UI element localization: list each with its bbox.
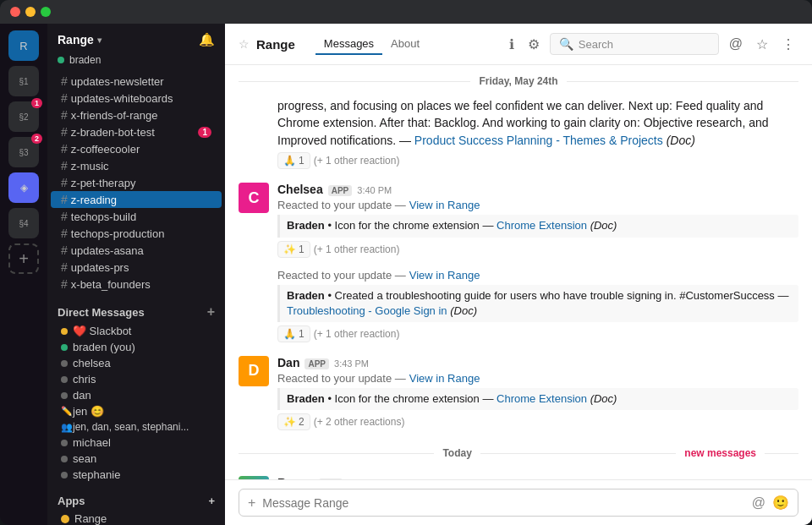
reaction-emoji: 🙏	[283, 328, 296, 340]
channel-z-pet-therapy[interactable]: # z-pet-therapy	[51, 174, 222, 191]
avatar-chelsea: C	[239, 183, 269, 213]
dm-stephanie[interactable]: stephanie	[51, 467, 222, 483]
reaction-chip-sparkle[interactable]: ✨ 1	[277, 241, 310, 258]
bookmark-icon[interactable]: ☆	[753, 33, 771, 56]
at-icon[interactable]: @	[726, 33, 746, 55]
add-dm-button[interactable]: +	[207, 304, 215, 320]
chrome-extension-link-dan[interactable]: Chrome Extension	[497, 392, 587, 405]
reaction-chip-pray-2[interactable]: 🙏 1	[277, 325, 310, 342]
channel-z-braden-bot-test[interactable]: # z-braden-bot-test 1	[51, 123, 222, 140]
dm-name: chris	[73, 373, 96, 386]
workspace-icon-6[interactable]: §4	[8, 208, 39, 238]
product-planning-link[interactable]: Product Success Planning - Themes & Proj…	[414, 134, 663, 147]
channel-x-beta-founders[interactable]: # x-beta_founders	[51, 276, 222, 293]
username-label: braden	[69, 54, 101, 66]
dm-chris[interactable]: chris	[51, 371, 222, 387]
workspace-icon-range[interactable]: R	[8, 30, 39, 61]
avatar-spacer	[239, 97, 269, 169]
dm-sean[interactable]: sean	[51, 451, 222, 467]
workspace-name-label: Range	[58, 33, 94, 46]
channel-x-friends-of-range[interactable]: # x-friends-of-range	[51, 107, 222, 123]
add-attachment-icon[interactable]: +	[248, 495, 255, 511]
pencil-icon: ✏️	[61, 406, 68, 417]
tab-about[interactable]: About	[382, 34, 428, 55]
dm-braden[interactable]: braden (you)	[51, 339, 222, 355]
channel-techops-build[interactable]: # techops-build	[51, 208, 222, 225]
dm-michael[interactable]: michael	[51, 435, 222, 451]
dm-name: jen 😊	[73, 405, 104, 418]
reaction-row-context: 🙏 1 (+ 1 other reaction)	[277, 152, 798, 169]
message-input[interactable]	[262, 496, 744, 510]
workspace-icon-rail: R §1 §2 1 §3 2 ◈ §4 +	[0, 24, 47, 525]
notification-bell-icon[interactable]: 🔔	[199, 32, 215, 47]
main-panel: ☆ Range Messages About ℹ ⚙ 🔍 Search @ ☆	[225, 24, 812, 525]
app-badge-chelsea: APP	[328, 185, 353, 196]
troubleshooting-link[interactable]: Troubleshooting - Google Sign in	[287, 304, 447, 317]
hash-icon: #	[61, 74, 68, 88]
channel-name: x-friends-of-range	[71, 109, 158, 122]
sender-name-dan: Dan	[277, 356, 299, 369]
view-in-range-link[interactable]: View in Range	[409, 199, 480, 211]
reaction-extra: (+ 1 other reaction)	[314, 243, 400, 255]
workspace-icon-3[interactable]: §2 1	[8, 101, 39, 132]
channel-name: updates-prs	[71, 261, 129, 274]
workspace-name[interactable]: Range ▾	[58, 33, 102, 46]
channel-updates-asana[interactable]: # updates-asana	[51, 242, 222, 259]
reaction-chip-sparkle-dan[interactable]: ✨ 2	[277, 413, 310, 430]
settings-icon[interactable]: ⚙	[524, 33, 543, 56]
hash-icon: #	[61, 125, 68, 139]
channel-z-reading[interactable]: # z-reading	[51, 191, 222, 208]
channel-updates-prs[interactable]: # updates-prs	[51, 259, 222, 276]
view-in-range-link-dan[interactable]: View in Range	[409, 372, 480, 385]
star-icon[interactable]: ☆	[239, 37, 250, 51]
dm-section-header: Direct Messages +	[47, 293, 225, 323]
emoji-icon[interactable]: 🙂	[772, 495, 789, 511]
at-mention-icon[interactable]: @	[752, 495, 765, 511]
add-workspace-button[interactable]: +	[8, 243, 39, 274]
dm-jen[interactable]: ✏️ jen 😊	[51, 403, 222, 419]
dm-name: michael	[73, 436, 111, 449]
tab-messages[interactable]: Messages	[315, 34, 382, 55]
hash-icon: #	[61, 108, 68, 122]
dm-slackbot[interactable]: ❤️ Slackbot	[51, 323, 222, 339]
view-in-range-link-2[interactable]: View in Range	[409, 269, 480, 282]
dm-chelsea[interactable]: chelsea	[51, 355, 222, 371]
add-app-button[interactable]: +	[208, 495, 215, 507]
dm-group[interactable]: 👥 jen, dan, sean, stephani...	[51, 419, 222, 435]
workspace-2-label: §1	[19, 77, 28, 86]
workspace-3-label: §2	[19, 112, 28, 122]
channel-updates-newsletter[interactable]: # updates-newsletter	[51, 73, 222, 90]
dm-dan[interactable]: dan	[51, 387, 222, 403]
channel-name: x-beta_founders	[71, 278, 151, 291]
apps-section-header: Apps +	[47, 483, 225, 511]
reaction-update-dan: Reacted to your update — View in Range	[277, 372, 798, 385]
workspace-icon-5[interactable]: ◈	[8, 172, 39, 203]
maximize-button[interactable]	[41, 7, 51, 17]
channel-updates-whiteboards[interactable]: # updates-whiteboards	[51, 90, 222, 107]
minimize-button[interactable]	[25, 7, 36, 17]
channel-z-coffeecooler[interactable]: # z-coffeecooler	[51, 140, 222, 157]
app-range[interactable]: Range	[51, 511, 222, 525]
hash-icon: #	[61, 243, 68, 257]
app-content: R §1 §2 1 §3 2 ◈ §4 +	[0, 24, 812, 525]
app-badge-dan: APP	[304, 358, 329, 369]
workspace-3-badge: 1	[31, 98, 42, 108]
search-bar[interactable]: 🔍 Search	[550, 33, 719, 55]
sidebar-user: braden	[47, 52, 225, 73]
reaction-chip-pray[interactable]: 🙏 1	[277, 152, 310, 169]
braden-status-dot	[61, 344, 68, 351]
chris-status-dot	[61, 376, 68, 383]
more-icon[interactable]: ⋮	[778, 33, 798, 56]
info-icon[interactable]: ℹ	[506, 33, 518, 56]
quoted-message-dan: Braden • Icon for the chrome extension —…	[277, 388, 798, 410]
channel-name: z-coffeecooler	[71, 143, 140, 156]
workspace-icon-4[interactable]: §3 2	[8, 137, 39, 167]
hash-icon: #	[61, 159, 68, 172]
workspace-icon-2[interactable]: §1	[8, 66, 39, 96]
chrome-extension-link[interactable]: Chrome Extension	[497, 219, 587, 232]
channel-techops-production[interactable]: # techops-production	[51, 225, 222, 242]
channel-z-music[interactable]: # z-music	[51, 157, 222, 174]
timestamp-dan: 3:43 PM	[334, 358, 369, 369]
close-button[interactable]	[10, 7, 20, 17]
message-group-chelsea-1: C Chelsea APP 3:40 PM Reacted to your up…	[225, 176, 812, 264]
